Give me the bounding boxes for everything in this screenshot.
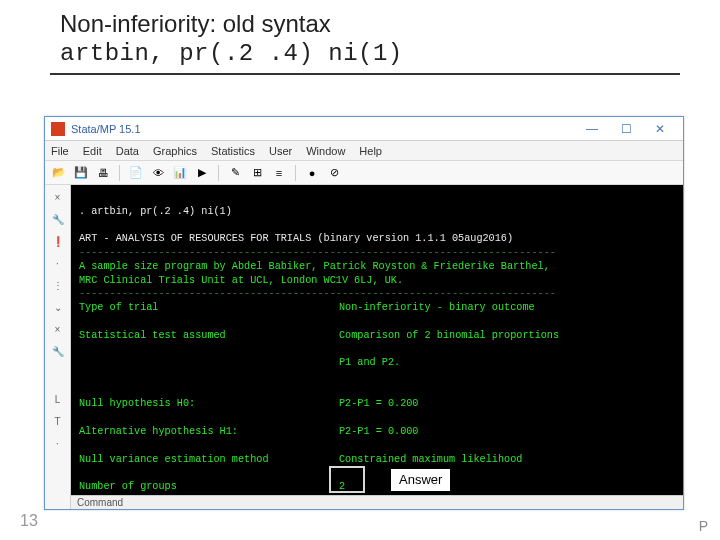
type-value: Non-inferiority - binary outcome: [339, 301, 535, 315]
menubar: File Edit Data Graphics Statistics User …: [45, 141, 683, 161]
left-panel: × 🔧 ❗ · ⋮ ⌄ × 🔧 L T ·: [45, 185, 71, 509]
art-header: ART - ANALYSIS OF RESOURCES FOR TRIALS (…: [79, 233, 513, 244]
toolbar-sep: [295, 165, 296, 181]
graph-icon[interactable]: 📊: [172, 165, 188, 181]
window-title: Stata/MP 15.1: [71, 123, 575, 135]
h0-value: P2-P1 = 0.200: [339, 397, 418, 411]
stat-label: Statistical test assumed: [79, 329, 339, 343]
open-icon[interactable]: 📂: [51, 165, 67, 181]
save-icon[interactable]: 💾: [73, 165, 89, 181]
cmd-line: . artbin, pr(.2 .4) ni(1): [79, 206, 232, 217]
more-icon[interactable]: ●: [304, 165, 320, 181]
print-icon[interactable]: 🖶: [95, 165, 111, 181]
slide-title-line2: artbin, pr(.2 .4) ni(1): [60, 40, 720, 67]
toolbar-sep: [119, 165, 120, 181]
stat-value2: P1 and P2.: [339, 356, 400, 370]
command-bar[interactable]: Command: [71, 495, 683, 509]
viewer-icon[interactable]: 👁: [150, 165, 166, 181]
hr: ----------------------------------------…: [79, 288, 556, 299]
toolbar-sep: [218, 165, 219, 181]
app-icon: [51, 122, 65, 136]
panel-close-icon[interactable]: ×: [49, 189, 67, 205]
menu-user[interactable]: User: [269, 145, 292, 157]
panel-close2-icon[interactable]: ×: [49, 321, 67, 337]
editor-icon[interactable]: ✎: [227, 165, 243, 181]
menu-graphics[interactable]: Graphics: [153, 145, 197, 157]
title-divider: [50, 73, 680, 75]
menu-edit[interactable]: Edit: [83, 145, 102, 157]
menu-window[interactable]: Window: [306, 145, 345, 157]
answer-highlight-box: [329, 466, 365, 493]
corner-mark: P: [699, 518, 708, 534]
log-icon[interactable]: 📄: [128, 165, 144, 181]
close-button[interactable]: ✕: [643, 117, 677, 141]
lp-a-icon: L: [49, 391, 67, 407]
results-console[interactable]: . artbin, pr(.2 .4) ni(1) ART - ANALYSIS…: [71, 185, 683, 509]
stop-icon[interactable]: ⊘: [326, 165, 342, 181]
titlebar[interactable]: Stata/MP 15.1 — ☐ ✕: [45, 117, 683, 141]
stat-value: Comparison of 2 binomial proportions: [339, 329, 559, 343]
nvm-value: Constrained maximum likelihood: [339, 453, 522, 467]
h0-label: Null hypothesis H0:: [79, 397, 339, 411]
desc1: A sample size program by Abdel Babiker, …: [79, 261, 550, 272]
lp-b-icon: T: [49, 413, 67, 429]
chevron-down-icon[interactable]: ⌄: [49, 299, 67, 315]
ng-label: Number of groups: [79, 480, 339, 494]
dot-icon: ·: [49, 255, 67, 271]
answer-label: Answer: [391, 469, 450, 491]
menu-statistics[interactable]: Statistics: [211, 145, 255, 157]
lp-c-icon: ·: [49, 435, 67, 451]
tool2-icon[interactable]: 🔧: [49, 343, 67, 359]
menu-file[interactable]: File: [51, 145, 69, 157]
toolbar: 📂 💾 🖶 📄 👁 📊 ▶ ✎ ⊞ ≡ ● ⊘: [45, 161, 683, 185]
vars-icon[interactable]: ≡: [271, 165, 287, 181]
h1-label: Alternative hypothesis H1:: [79, 425, 339, 439]
do-icon[interactable]: ▶: [194, 165, 210, 181]
tool-icon[interactable]: 🔧: [49, 211, 67, 227]
info-icon[interactable]: ❗: [49, 233, 67, 249]
type-label: Type of trial: [79, 301, 339, 315]
desc2: MRC Clinical Trials Unit at UCL, London …: [79, 275, 403, 286]
blank: [79, 356, 339, 370]
slide-title-line1: Non-inferiority: old syntax: [60, 10, 720, 38]
menu-data[interactable]: Data: [116, 145, 139, 157]
nvm-label: Null variance estimation method: [79, 453, 339, 467]
dots-icon: ⋮: [49, 277, 67, 293]
menu-help[interactable]: Help: [359, 145, 382, 157]
maximize-button[interactable]: ☐: [609, 117, 643, 141]
slide-number: 13: [20, 512, 38, 530]
stata-window: Stata/MP 15.1 — ☐ ✕ File Edit Data Graph…: [44, 116, 684, 510]
minimize-button[interactable]: —: [575, 117, 609, 141]
browse-icon[interactable]: ⊞: [249, 165, 265, 181]
hr: ----------------------------------------…: [79, 247, 556, 258]
h1-value: P2-P1 = 0.000: [339, 425, 418, 439]
